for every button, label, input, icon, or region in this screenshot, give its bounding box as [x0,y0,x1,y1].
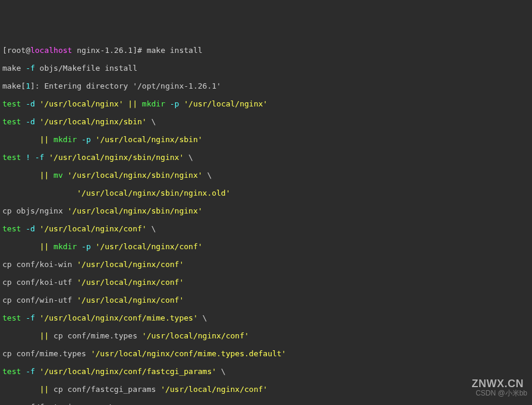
t: cp conf/fastcgi_params \ [2,403,114,405]
output-line: cp objs/nginx '/usr/local/nginx/sbin/ngi… [2,206,530,215]
watermark-attribution: CSDN @小米bb [476,389,527,398]
t: -f [21,367,34,376]
t: '/usr/local/nginx/conf' [142,331,249,340]
t: cp conf/mime.types [53,331,142,340]
output-line: || cp conf/mime.types '/usr/local/nginx/… [2,331,530,340]
t: objs/Makefile install [35,64,137,73]
watermark-logo: ZNWX.CN [472,379,524,388]
t: cp objs/nginx [2,206,68,215]
t: ! -f [21,153,44,162]
t: cp conf/fastcgi_params [53,385,160,394]
t: cp conf/koi-win [2,260,77,269]
output-line: || mkdir -p '/usr/local/nginx/sbin' [2,135,530,144]
output-line: test ! -f '/usr/local/nginx/sbin/nginx' … [2,153,530,162]
prompt-dir: nginx-1.26.1 [72,46,133,55]
t: \ [198,313,207,322]
t: test [2,224,21,233]
t: '/usr/local/nginx/conf' [77,260,184,269]
terminal-output: [root@localhost nginx-1.26.1]# make inst… [2,37,530,405]
t: '/usr/local/nginx/sbin/nginx.old' [77,189,230,197]
output-line: cp conf/win-utf '/usr/local/nginx/conf' [2,296,530,304]
t: cp conf/mime.types [2,349,91,358]
output-line: || mv '/usr/local/nginx/sbin/nginx' \ [2,171,530,180]
t: -d [21,224,34,233]
t: mkdir [53,135,77,144]
output-line: || cp conf/fastcgi_params '/usr/local/ng… [2,385,530,394]
t [2,189,77,197]
command-text: make install [147,46,203,55]
t: '/usr/local/nginx/conf' [160,385,267,394]
t: test [2,313,21,322]
t [2,242,40,251]
t: -p [77,135,90,144]
t: '/usr/local/nginx/conf/mime.types' [35,313,198,322]
close-bracket: ]# [133,46,146,55]
output-line: make[1]: Entering directory '/opt/nginx-… [2,81,530,90]
t [2,135,40,144]
t: || [124,99,142,108]
t: '/usr/local/nginx/sbin/nginx' [44,153,184,162]
at-sign: @ [26,46,30,55]
t [2,331,40,340]
t: make[ [2,81,26,90]
t: '/usr/local/nginx/sbin/nginx' [68,206,203,215]
t: '/usr/local/nginx/conf' [91,242,203,251]
t: -p [77,242,90,251]
t: '/usr/local/nginx/sbin' [35,117,147,126]
t: mkdir [142,99,165,108]
t: '/usr/local/nginx/sbin/nginx' [63,171,203,180]
t: '/usr/local/nginx' [35,99,124,108]
t: || [40,242,53,251]
t: -d [21,117,34,126]
output-line: cp conf/mime.types '/usr/local/nginx/con… [2,349,530,358]
t: test [2,99,21,108]
output-line: cp conf/koi-utf '/usr/local/nginx/conf' [2,278,530,287]
t: mv [53,171,63,180]
t: \ [184,153,193,162]
t: \ [147,117,156,126]
output-line: test -d '/usr/local/nginx' || mkdir -p '… [2,99,530,108]
output-line: test -d '/usr/local/nginx/conf' \ [2,224,530,233]
t: -f [21,313,34,322]
t [2,385,40,394]
t: \ [216,367,226,376]
t: 1 [26,81,30,90]
t: '/usr/local/nginx/conf' [77,296,184,304]
t: '/usr/local/nginx/conf' [77,278,184,287]
output-line: cp conf/fastcgi_params \ [2,403,530,405]
output-line: '/usr/local/nginx/sbin/nginx.old' [2,189,530,197]
t: test [2,153,21,162]
t: \ [203,171,212,180]
output-line: || mkdir -p '/usr/local/nginx/conf' [2,242,530,251]
t: || [40,385,53,394]
t: make [2,64,21,73]
output-line: test -f '/usr/local/nginx/conf/fastcgi_p… [2,367,530,376]
t: -f [21,64,34,73]
t: '/usr/local/nginx/sbin' [91,135,203,144]
prompt-line[interactable]: [root@localhost nginx-1.26.1]# make inst… [2,46,530,55]
t: '/usr/local/nginx/conf/fastcgi_params' [35,367,216,376]
t: \ [147,224,156,233]
t: ]: Entering directory '/opt/nginx-1.26.1… [30,81,221,90]
t: '/usr/local/nginx/conf' [35,224,147,233]
t: '/usr/local/nginx/conf/mime.types.defaul… [91,349,287,358]
t: -d [21,99,34,108]
output-line: test -f '/usr/local/nginx/conf/mime.type… [2,313,530,322]
prompt-host: localhost [30,46,72,55]
t: test [2,367,21,376]
open-bracket: [ [2,46,7,55]
t: '/usr/local/nginx' [179,99,267,108]
output-line: make -f objs/Makefile install [2,64,530,73]
t: test [2,117,21,126]
prompt-user: root [7,46,26,55]
output-line: cp conf/koi-win '/usr/local/nginx/conf' [2,260,530,269]
t: -p [165,99,179,108]
t: cp conf/koi-utf [2,278,77,287]
output-line: test -d '/usr/local/nginx/sbin' \ [2,117,530,126]
t: || [40,135,53,144]
t: mkdir [53,242,77,251]
t: || [40,331,53,340]
t: cp conf/win-utf [2,296,77,304]
t [2,171,40,180]
t: || [40,171,53,180]
